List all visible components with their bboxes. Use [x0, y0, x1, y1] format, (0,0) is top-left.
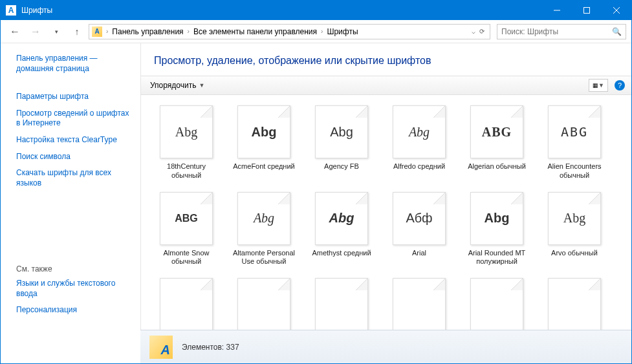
- breadcrumb-segment[interactable]: Все элементы панели управления: [191, 27, 320, 36]
- font-item[interactable]: [150, 277, 223, 330]
- font-sample: Abg: [563, 211, 585, 226]
- font-sample: Абф: [406, 211, 432, 226]
- font-item[interactable]: AbgAltamonte Personal Use обычный: [228, 191, 300, 268]
- font-thumbnail: Abg: [237, 105, 290, 158]
- navbar: ← → ▾ ↑ A › Панель управления › Все элем…: [1, 20, 631, 43]
- close-button[interactable]: [602, 1, 631, 20]
- up-button[interactable]: ↑: [68, 23, 86, 41]
- status-folder-icon: A: [149, 336, 173, 359]
- font-sample: ABG: [175, 213, 198, 224]
- font-item[interactable]: AbgAcmeFont средний: [228, 104, 300, 182]
- view-options-button[interactable]: ▦ ▼: [589, 79, 608, 92]
- sidebar-link[interactable]: Поиск символа: [16, 152, 133, 162]
- window-controls: [542, 1, 631, 20]
- font-thumbnail: Abg: [315, 192, 368, 245]
- toolbar: Упорядочить ▼ ▦ ▼ ?: [141, 76, 631, 95]
- refresh-button[interactable]: ⟳: [479, 28, 485, 35]
- sidebar: Панель управления — домашняя страница Па…: [1, 43, 140, 330]
- font-thumbnail: Абф: [393, 192, 446, 245]
- font-label: Arvo обычный: [551, 249, 598, 258]
- help-button[interactable]: ?: [615, 80, 625, 91]
- font-thumbnail: [393, 278, 446, 330]
- font-grid-scroll[interactable]: Abg18thCentury обычныйAbgAcmeFont средни…: [141, 95, 631, 330]
- font-label: Amethyst средний: [312, 249, 371, 258]
- sidebar-link[interactable]: Скачать шрифты для всех языков: [16, 168, 133, 188]
- font-item[interactable]: AbgArvo обычный: [538, 191, 611, 268]
- font-item[interactable]: ABGAlmonte Snow обычный: [150, 191, 223, 268]
- font-item[interactable]: [383, 277, 455, 330]
- font-label: Almonte Snow обычный: [154, 249, 219, 267]
- font-grid: Abg18thCentury обычныйAbgAcmeFont средни…: [150, 104, 626, 330]
- font-sample: Abg: [330, 125, 353, 140]
- font-item[interactable]: [228, 277, 300, 330]
- font-thumbnail: Abg: [315, 105, 368, 158]
- breadcrumb-dropdown[interactable]: ⌵: [472, 28, 475, 35]
- font-thumbnail: ABG: [160, 192, 213, 245]
- font-item[interactable]: ABGAlien Encounters обычный: [538, 104, 611, 182]
- maximize-icon: [583, 7, 590, 14]
- chevron-right-icon[interactable]: ›: [106, 28, 108, 35]
- sidebar-link[interactable]: Параметры шрифта: [16, 92, 133, 102]
- font-item[interactable]: AbgAmethyst средний: [305, 191, 378, 268]
- maximize-button[interactable]: [572, 1, 602, 20]
- svg-rect-1: [584, 8, 590, 14]
- font-label: Alien Encounters обычный: [542, 162, 607, 180]
- minimize-button[interactable]: [542, 1, 572, 20]
- font-thumbnail: [160, 278, 213, 330]
- font-sample: Abg: [409, 125, 430, 140]
- sidebar-see-also-link[interactable]: Языки и службы текстового ввода: [16, 279, 133, 299]
- back-button[interactable]: ←: [6, 23, 24, 41]
- font-sample: Abg: [329, 211, 354, 226]
- font-item[interactable]: [305, 277, 378, 330]
- font-thumbnail: ABG: [548, 105, 601, 158]
- close-icon: [613, 7, 620, 14]
- sidebar-link[interactable]: Настройка текста ClearType: [16, 135, 133, 145]
- font-sample: ABG: [561, 124, 588, 140]
- forward-button[interactable]: →: [27, 23, 45, 41]
- status-count: Элементов: 337: [182, 343, 239, 352]
- search-icon[interactable]: 🔍: [612, 27, 622, 36]
- font-label: Arial: [412, 249, 426, 258]
- font-label: Alfredo средний: [393, 162, 445, 171]
- font-label: Agency FB: [324, 162, 359, 171]
- breadcrumb-segment[interactable]: Шрифты: [324, 27, 360, 36]
- font-item[interactable]: AbgAgency FB: [305, 104, 378, 182]
- font-thumbnail: [315, 278, 368, 330]
- organize-button[interactable]: Упорядочить ▼: [147, 80, 207, 91]
- font-item[interactable]: АбфArial: [383, 191, 455, 268]
- font-thumbnail: Abg: [470, 192, 523, 245]
- font-label: Altamonte Personal Use обычный: [232, 249, 296, 267]
- font-sample: Abg: [252, 125, 277, 140]
- font-sample: Abg: [485, 211, 510, 226]
- main: Просмотр, удаление, отображение или скры…: [140, 43, 631, 330]
- titlebar: A Шрифты: [1, 1, 631, 20]
- see-also-heading: См. также: [16, 264, 133, 273]
- organize-label: Упорядочить: [150, 81, 196, 90]
- sidebar-home-link[interactable]: Панель управления — домашняя страница: [16, 54, 133, 74]
- search-input[interactable]: [501, 27, 612, 36]
- font-item[interactable]: ABGAlgerian обычный: [461, 104, 533, 182]
- chevron-right-icon[interactable]: ›: [188, 28, 190, 35]
- font-item[interactable]: AbgAlfredo средний: [383, 104, 455, 182]
- body: Панель управления — домашняя страница Па…: [1, 43, 631, 330]
- search-box[interactable]: 🔍: [497, 24, 626, 39]
- font-thumbnail: Abg: [237, 192, 290, 245]
- font-sample: Abg: [254, 211, 274, 226]
- font-item[interactable]: [538, 277, 611, 330]
- sidebar-see-also-link[interactable]: Персонализация: [16, 305, 133, 316]
- breadcrumb-segment[interactable]: Панель управления: [109, 27, 186, 36]
- font-thumbnail: [470, 278, 523, 330]
- sidebar-link[interactable]: Просмотр сведений о шрифтах в Интернете: [16, 109, 133, 129]
- font-label: 18thCentury обычный: [154, 162, 219, 180]
- main-header: Просмотр, удаление, отображение или скры…: [141, 43, 631, 76]
- font-label: AcmeFont средний: [233, 162, 294, 171]
- recent-dropdown[interactable]: ▾: [47, 23, 65, 41]
- font-item[interactable]: AbgArial Rounded MT полужирный: [461, 191, 533, 268]
- breadcrumb[interactable]: A › Панель управления › Все элементы пан…: [89, 24, 490, 39]
- font-item[interactable]: [461, 277, 533, 330]
- page-title: Просмотр, удаление, отображение или скры…: [154, 55, 618, 67]
- font-item[interactable]: Abg18thCentury обычный: [150, 104, 223, 182]
- chevron-right-icon[interactable]: ›: [321, 28, 323, 35]
- font-thumbnail: Abg: [160, 105, 213, 158]
- font-thumbnail: Abg: [393, 105, 446, 158]
